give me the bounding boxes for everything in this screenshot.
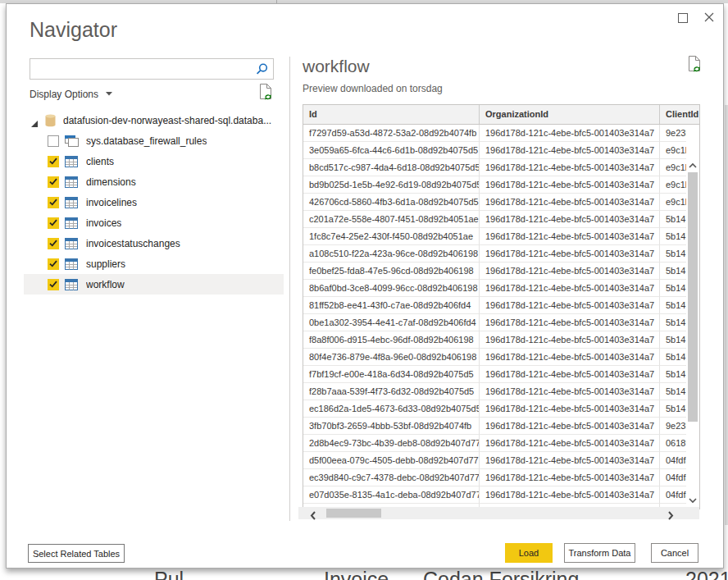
tree-item-invoicelines[interactable]: invoicelines: [24, 192, 284, 212]
chevron-down-icon: [106, 87, 112, 98]
table-row: 426706cd-5860-4fb3-6d1a-08d92b4075d5196d…: [303, 194, 699, 211]
vertical-scrollbar[interactable]: [686, 125, 699, 509]
load-button[interactable]: Load: [505, 543, 553, 563]
table-cell: 80f4e736-879e-4f8a-96e0-08d92b406198: [303, 349, 480, 366]
table-cell: 196d178d-121c-4ebe-bfc5-001403e314a7: [480, 418, 660, 435]
checkbox[interactable]: [48, 176, 59, 188]
checkmark-icon: [49, 281, 57, 288]
table-row: 3fb70bf3-2659-4bbb-53bf-08d92b4074fb196d…: [303, 418, 699, 435]
checkbox[interactable]: [48, 238, 59, 249]
refresh-icon[interactable]: [257, 83, 274, 104]
navigation-tree: datafusion-dev-norwayeast-shared-sql.dat…: [24, 110, 284, 295]
tree-item-suppliers[interactable]: suppliers: [24, 253, 284, 274]
table-row: 3e059a65-6fca-44c6-6d1b-08d92b4075d5196d…: [303, 142, 699, 159]
scroll-left-icon[interactable]: [310, 509, 316, 518]
cancel-button[interactable]: Cancel: [651, 543, 698, 563]
preview-body: f7297d59-a53d-4872-53a2-08d92b4074fb196d…: [303, 125, 699, 509]
table-row: 0be1a302-3954-4e41-c7af-08d92b406fd4196d…: [303, 314, 699, 331]
transform-data-button[interactable]: Transform Data: [564, 543, 635, 563]
table-icon: [65, 217, 78, 229]
background-app-scrollbar: [725, 105, 728, 525]
display-options-dropdown[interactable]: Display Options: [30, 87, 112, 100]
horizontal-scrollbar[interactable]: [298, 507, 699, 519]
table-row: f8a8f006-d915-4ebc-96df-08d92b406198196d…: [303, 331, 699, 349]
tree-item-dimensions[interactable]: dimensions: [24, 171, 284, 192]
table-cell: 196d178d-121c-4ebe-bfc5-001403e314a7: [480, 245, 660, 263]
checkmark-icon: [49, 240, 57, 247]
checkbox[interactable]: [48, 217, 59, 229]
background-text-fragment: 2021: [685, 568, 728, 580]
checkbox[interactable]: [48, 197, 59, 208]
table-cell: 196d178d-121c-4ebe-bfc5-001403e314a7: [480, 228, 660, 245]
refresh-preview-icon[interactable]: [686, 55, 703, 76]
table-cell: 196d178d-121c-4ebe-bfc5-001403e314a7: [480, 176, 660, 194]
table-cell: 196d178d-121c-4ebe-bfc5-001403e314a7: [480, 486, 660, 504]
table-row: 2d8b4ec9-73bc-4b39-deb8-08d92b407d77196d…: [303, 435, 699, 452]
table-cell: 0be1a302-3954-4e41-c7af-08d92b406fd4: [303, 314, 480, 331]
table-cell: bd9b025d-1e5b-4e92-6d19-08d92b4075d5: [303, 176, 480, 194]
table-row: ec39d840-c9c7-4378-debc-08d92b407d77196d…: [303, 469, 699, 486]
table-icon: [65, 238, 78, 249]
table-row: 1fc8c7e4-25e2-430f-f450-08d92b4051ae196d…: [303, 228, 699, 245]
preview-table-title: workflow: [303, 57, 370, 76]
tree-item-label: sys.database_firewall_rules: [86, 135, 207, 147]
table-row: ec186d2a-1de5-4673-6d33-08d92b4075d5196d…: [303, 400, 699, 418]
scroll-up-icon[interactable]: [689, 158, 697, 164]
checkbox[interactable]: [48, 279, 59, 290]
table-row: b8cd517c-c987-4da4-6d18-08d92b4075d5196d…: [303, 159, 699, 176]
table-cell: ec39d840-c9c7-4378-debc-08d92b407d77: [303, 469, 480, 486]
table-cell: b8cd517c-c987-4da4-6d18-08d92b4075d5: [303, 159, 480, 176]
dialog-title: Navigator: [30, 18, 117, 42]
column-header-ClientId[interactable]: ClientId: [660, 105, 699, 124]
tree-item-label: clients: [86, 156, 114, 167]
table-row: e07d035e-8135-4a1c-deba-08d92b407d77196d…: [303, 486, 699, 504]
column-header-OrganizationId[interactable]: OrganizationId: [480, 105, 660, 124]
tree-item-label: dimensions: [86, 176, 136, 188]
table-cell: 81ff52b8-ee41-43f0-c7ae-08d92b406fd4: [303, 297, 480, 314]
background-text-fragment: Invoice: [324, 568, 389, 580]
table-cell: a108c510-f22a-423a-96ce-08d92b406198: [303, 245, 480, 263]
tree-item-workflow[interactable]: workflow: [24, 274, 284, 295]
navigator-dialog: Navigator Display Options: [6, 3, 724, 569]
search-input[interactable]: [34, 60, 253, 78]
vertical-scroll-thumb[interactable]: [688, 172, 698, 422]
checkbox[interactable]: [48, 156, 59, 167]
scroll-down-icon[interactable]: [689, 492, 697, 499]
tree-item-clients[interactable]: clients: [24, 151, 284, 171]
table-cell: 196d178d-121c-4ebe-bfc5-001403e314a7: [480, 452, 660, 469]
tree-item-invoices[interactable]: invoices: [24, 212, 284, 233]
table-cell: 8b6af0bd-3ce8-4099-96cc-08d92b406198: [303, 280, 480, 297]
checkmark-icon: [49, 219, 57, 226]
tree-item-label: workflow: [86, 279, 125, 290]
scroll-right-icon[interactable]: [667, 509, 674, 518]
table-cell: 196d178d-121c-4ebe-bfc5-001403e314a7: [480, 331, 660, 349]
table-cell: 196d178d-121c-4ebe-bfc5-001403e314a7: [480, 125, 660, 142]
tree-root-database[interactable]: datafusion-dev-norwayeast-shared-sql.dat…: [24, 110, 284, 130]
horizontal-scroll-thumb[interactable]: [326, 509, 381, 518]
column-header-Id[interactable]: Id: [303, 105, 480, 124]
table-cell: f7297d59-a53d-4872-53a2-08d92b4074fb: [303, 125, 480, 142]
tree-item-sys.database_firewall_rules[interactable]: sys.database_firewall_rules: [24, 130, 284, 151]
table-row: d5f00eea-079c-4505-debb-08d92b407d77196d…: [303, 452, 699, 469]
table-cell: 196d178d-121c-4ebe-bfc5-001403e314a7: [480, 383, 660, 400]
table-row: 80f4e736-879e-4f8a-96e0-08d92b406198196d…: [303, 349, 699, 366]
checkbox[interactable]: [48, 258, 59, 270]
search-icon[interactable]: [255, 62, 269, 80]
tree-item-label: invoicelines: [86, 197, 137, 208]
screen: Pul Invoice Codan Forsikring 2021 Naviga…: [0, 0, 728, 580]
table-cell: 196d178d-121c-4ebe-bfc5-001403e314a7: [480, 435, 660, 452]
close-button[interactable]: [703, 11, 716, 24]
checkmark-icon: [49, 260, 57, 267]
tree-item-invoicestatuschanges[interactable]: invoicestatuschanges: [24, 233, 284, 253]
maximize-button[interactable]: [678, 13, 688, 23]
display-options-label: Display Options: [30, 89, 98, 100]
table-cell: c201a72e-558e-4807-f451-08d92b4051ae: [303, 211, 480, 228]
checkbox[interactable]: [48, 135, 59, 147]
table-cell: 3e059a65-6fca-44c6-6d1b-08d92b4075d5: [303, 142, 480, 159]
collapse-triangle-icon[interactable]: [30, 116, 39, 125]
select-related-tables-button[interactable]: Select Related Tables: [28, 544, 125, 563]
table-row: f7bf19cf-e00e-418a-6d34-08d92b4075d5196d…: [303, 366, 699, 383]
table-cell: 2d8b4ec9-73bc-4b39-deb8-08d92b407d77: [303, 435, 480, 452]
table-cell: 196d178d-121c-4ebe-bfc5-001403e314a7: [480, 280, 660, 297]
table-row: 81ff52b8-ee41-43f0-c7ae-08d92b406fd4196d…: [303, 297, 699, 314]
